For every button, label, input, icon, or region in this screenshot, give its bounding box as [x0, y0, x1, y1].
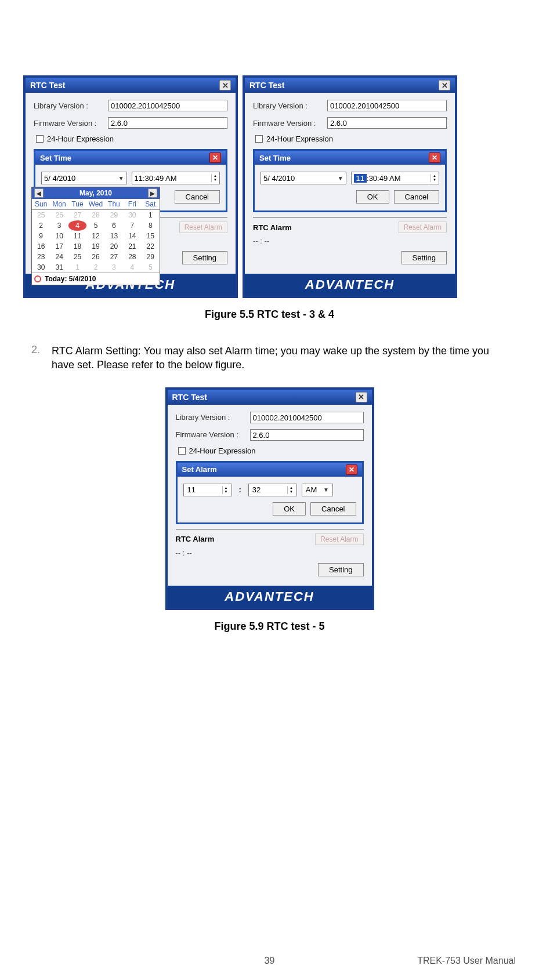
calendar-day[interactable]: 13	[105, 231, 123, 241]
advantech-logo: ADVANTECH	[245, 274, 455, 296]
calendar-day[interactable]: 10	[50, 231, 68, 241]
spinner-arrows-icon: ▲▼	[431, 174, 436, 182]
calendar-day[interactable]: 22	[142, 241, 160, 252]
calendar-day[interactable]: 23	[32, 252, 50, 262]
time-spinner[interactable]: 11:30:49 AM ▲▼	[132, 172, 220, 184]
cancel-button[interactable]: Cancel	[394, 190, 439, 204]
dialog-body: Library Version : 010002.2010042500 Firm…	[168, 405, 372, 586]
hour24-checkbox[interactable]	[178, 447, 186, 455]
calendar-day[interactable]: 27	[68, 210, 86, 220]
calendar-day[interactable]: 6	[105, 220, 123, 231]
calendar-day[interactable]: 11	[68, 231, 86, 241]
calendar-day[interactable]: 17	[50, 241, 68, 252]
colon: :	[237, 485, 244, 494]
date-value: 5/ 4/2010	[44, 174, 75, 183]
close-icon[interactable]: ✕	[219, 80, 231, 90]
close-icon[interactable]: ✕	[209, 153, 221, 163]
calendar-day[interactable]: 21	[123, 241, 141, 252]
calendar-day[interactable]: 30	[32, 262, 50, 273]
calendar-day[interactable]: 25	[32, 210, 50, 220]
calendar-day[interactable]: 27	[105, 252, 123, 262]
chevron-down-icon: ▼	[323, 487, 329, 493]
ok-button[interactable]: OK	[356, 190, 389, 204]
today-label[interactable]: Today: 5/4/2010	[45, 275, 96, 283]
calendar-day[interactable]: 4	[68, 220, 86, 231]
hour24-label: 24-Hour Expression	[266, 135, 333, 143]
inner-title: Set Time	[259, 154, 291, 162]
calendar-day[interactable]: 7	[123, 220, 141, 231]
next-month-button[interactable]: ▶	[148, 188, 157, 198]
setting-button[interactable]: Setting	[182, 251, 227, 264]
time-spinner[interactable]: 11:30:49 AM ▲▼	[351, 172, 439, 184]
advantech-logo: ADVANTECH	[168, 586, 372, 608]
calendar-day[interactable]: 20	[105, 241, 123, 252]
reset-alarm-button[interactable]: Reset Alarm	[179, 222, 227, 233]
calendar-day[interactable]: 18	[68, 241, 86, 252]
prev-month-button[interactable]: ◀	[34, 188, 44, 198]
calendar-day[interactable]: 19	[86, 241, 104, 252]
reset-alarm-button[interactable]: Reset Alarm	[315, 533, 363, 545]
date-picker[interactable]: 5/ 4/2010 ▼	[261, 172, 346, 184]
calendar-day[interactable]: 16	[32, 241, 50, 252]
hour24-checkbox[interactable]	[255, 135, 263, 143]
calendar-day[interactable]: 1	[142, 210, 160, 220]
dialog-body: Library Version : 010002.2010042500 Firm…	[245, 93, 455, 274]
calendar-day[interactable]: 4	[123, 262, 141, 273]
calendar-day[interactable]: 2	[32, 220, 50, 231]
hour24-label: 24-Hour Expression	[189, 447, 256, 455]
calendar-day[interactable]: 14	[123, 231, 141, 241]
date-picker[interactable]: 5/ 4/2010 ▼	[41, 172, 127, 184]
set-time-dialog: Set Time ✕ 5/ 4/2010 ▼ 11:30:49 AM	[253, 149, 447, 212]
alarm-minute-spinner[interactable]: 32 ▲▼	[248, 484, 297, 496]
calendar-day[interactable]: 8	[142, 220, 160, 231]
alarm-hour-spinner[interactable]: 11 ▲▼	[183, 484, 232, 496]
titlebar: RTC Test ✕	[26, 78, 236, 93]
calendar-dow: Sat	[142, 199, 160, 210]
library-version-label: Library Version :	[253, 101, 323, 110]
alarm-ampm-select[interactable]: AM ▼	[302, 484, 333, 496]
step-2: 2. RTC Alarm Setting: You may also set A…	[31, 344, 508, 372]
calendar-day[interactable]: 3	[50, 220, 68, 231]
titlebar: RTC Test ✕	[168, 390, 372, 405]
calendar-day[interactable]: 28	[86, 210, 104, 220]
calendar-day[interactable]: 2	[86, 262, 104, 273]
cancel-button[interactable]: Cancel	[310, 502, 356, 516]
setting-button[interactable]: Setting	[401, 251, 447, 264]
setting-button[interactable]: Setting	[318, 563, 363, 576]
figure-5-5-row: RTC Test ✕ Library Version : 010002.2010…	[23, 75, 516, 298]
calendar-day[interactable]: 1	[68, 262, 86, 273]
cancel-button[interactable]: Cancel	[175, 190, 220, 204]
hour24-label: 24-Hour Expression	[47, 135, 114, 143]
calendar-day[interactable]: 15	[142, 231, 160, 241]
calendar-day[interactable]: 30	[123, 210, 141, 220]
calendar-day[interactable]: 24	[50, 252, 68, 262]
date-value: 5/ 4/2010	[263, 174, 295, 183]
calendar-day[interactable]: 26	[50, 210, 68, 220]
calendar-dow: Tue	[68, 199, 86, 210]
calendar-day[interactable]: 26	[86, 252, 104, 262]
hour24-checkbox[interactable]	[36, 135, 44, 143]
set-alarm-dialog: Set Alarm ✕ 11 ▲▼ : 32 ▲▼	[176, 461, 364, 524]
chevron-down-icon: ▼	[338, 175, 343, 182]
calendar-day[interactable]: 31	[50, 262, 68, 273]
spinner-arrows-icon: ▲▼	[211, 174, 217, 182]
calendar-day[interactable]: 28	[123, 252, 141, 262]
calendar-day[interactable]: 29	[105, 210, 123, 220]
calendar-day[interactable]: 12	[86, 231, 104, 241]
calendar-day[interactable]: 3	[105, 262, 123, 273]
calendar-dow: Thu	[105, 199, 123, 210]
reset-alarm-button[interactable]: Reset Alarm	[399, 222, 447, 233]
calendar-day[interactable]: 9	[32, 231, 50, 241]
close-icon[interactable]: ✕	[356, 392, 367, 402]
library-version-label: Library Version :	[34, 101, 103, 110]
calendar-day[interactable]: 5	[142, 262, 160, 273]
close-icon[interactable]: ✕	[429, 153, 440, 163]
calendar-day[interactable]: 29	[142, 252, 160, 262]
ok-button[interactable]: OK	[273, 502, 306, 516]
calendar-day[interactable]: 25	[68, 252, 86, 262]
close-icon[interactable]: ✕	[346, 464, 357, 475]
step-number: 2.	[31, 344, 40, 372]
figure-5-5-caption: Figure 5.5 RTC test - 3 & 4	[23, 308, 516, 321]
calendar-day[interactable]: 5	[86, 220, 104, 231]
close-icon[interactable]: ✕	[439, 80, 450, 90]
